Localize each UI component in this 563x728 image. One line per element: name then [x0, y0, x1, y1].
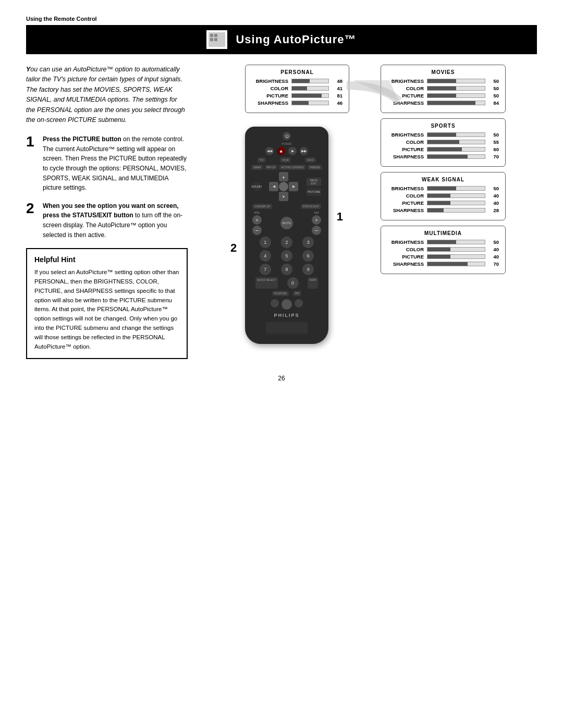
svg-rect-4	[214, 38, 217, 41]
vol-down-button[interactable]: −	[252, 226, 262, 235]
cursor-up-button[interactable]: CURSOR UP	[252, 204, 272, 209]
pip-ctrl-3[interactable]	[295, 299, 303, 307]
step-2-number: 2	[26, 201, 38, 240]
ffwd-button[interactable]: ▶▶	[300, 147, 308, 155]
vol-mute-ch: VOL + − MUTE CH + −	[250, 211, 323, 235]
step-2: 2 When you see the option you want on sc…	[26, 201, 188, 240]
dpad-down[interactable]: ▼	[279, 192, 288, 201]
surf-button[interactable]: SURF	[308, 277, 318, 289]
tv-button[interactable]: TV	[258, 157, 266, 163]
pip-ctrl-2[interactable]	[282, 299, 292, 310]
personal-brightness-label: BRIGHTNESS	[252, 78, 288, 84]
swap-button[interactable]: SWAP	[251, 165, 263, 170]
vol-label: VOL	[254, 211, 260, 214]
menu-exit-button[interactable]: MENU EXIT	[307, 178, 321, 186]
power-button[interactable]: ⏻	[283, 132, 291, 140]
vol-up-button[interactable]: +	[252, 215, 262, 225]
mute-button[interactable]: MUTE	[280, 217, 293, 229]
multimedia-title: MULTIMEDIA	[387, 230, 499, 236]
num-6-button[interactable]: 6	[302, 250, 314, 262]
sports-picture-row: PICTURE 60	[387, 146, 499, 152]
menu-status-group: MENU EXIT PICTURE	[307, 178, 321, 196]
rewind-button[interactable]: ◀◀	[265, 147, 274, 155]
multi-color-row: COLOR 40	[387, 246, 499, 252]
num-1-button[interactable]: 1	[260, 237, 271, 248]
weak-sharpness-row: SHARPNESS 28	[387, 207, 499, 213]
movies-brightness-row: BRIGHTNESS 50	[387, 78, 499, 84]
hint-text: If you select an AutoPicture™ setting op…	[34, 268, 179, 351]
ch-up-button[interactable]: +	[312, 215, 321, 225]
personal-sharpness-val: 46	[332, 100, 342, 106]
num-2-button[interactable]: 2	[281, 237, 292, 248]
picture-button[interactable]: PICTURE	[307, 188, 321, 196]
num-9-button[interactable]: 9	[302, 264, 314, 275]
play-button[interactable]: ▶	[288, 147, 297, 155]
multimedia-panel: MULTIMEDIA BRIGHTNESS 50 COLOR 40 PICTUR…	[381, 226, 506, 274]
remote-bottom-panel	[266, 322, 308, 334]
title-bar: Using AutoPicture™	[26, 25, 537, 54]
personal-brightness-bar	[291, 79, 329, 83]
movies-title: MOVIES	[387, 69, 499, 75]
zero-row: QUICK SELECT 0 SURF	[250, 277, 323, 289]
sound-button[interactable]: SOUND	[252, 182, 261, 191]
status-exit-button[interactable]: STATUS EXIT	[301, 204, 321, 209]
position-button[interactable]: POSITION	[272, 291, 289, 296]
section-label: Using the Remote Control	[26, 16, 537, 22]
dpad-left[interactable]: ◀	[269, 182, 278, 191]
personal-picture-label: PICTURE	[252, 93, 288, 98]
personal-color-label: COLOR	[252, 85, 288, 91]
acc-button[interactable]: ACC	[305, 157, 316, 163]
freeze-button[interactable]: FREEZE	[308, 165, 322, 170]
pip-ctrl-1[interactable]	[271, 299, 279, 307]
active-control-button[interactable]: ACTIVE CONTROL	[279, 165, 306, 170]
ch-down-button[interactable]: −	[312, 226, 321, 235]
vol-col: VOL + −	[252, 211, 262, 235]
personal-panel-title: PERSONAL	[252, 69, 342, 75]
weak-picture-row: PICTURE 40	[387, 200, 499, 206]
num-8-button[interactable]: 8	[281, 264, 292, 275]
num-4-button[interactable]: 4	[260, 250, 271, 262]
source-buttons: TV VCR ACC	[250, 157, 323, 163]
dpad: ▲ ◀ ▶ ▼	[269, 172, 298, 201]
multi-picture-row: PICTURE 40	[387, 254, 499, 260]
record-button[interactable]: ⏺	[277, 147, 285, 155]
personal-sharpness-row: SHARPNESS 46	[252, 100, 342, 106]
intro-paragraph: You can use an AutoPicture™ option to au…	[26, 65, 188, 125]
ch-col: CH + −	[312, 211, 321, 235]
dpad-center[interactable]	[279, 182, 288, 191]
page-number: 26	[26, 375, 537, 382]
personal-brightness-val: 48	[332, 78, 342, 84]
logo-box	[206, 30, 227, 49]
dpad-right[interactable]: ▶	[289, 182, 298, 191]
vcr-button[interactable]: VCR	[280, 157, 291, 163]
sports-color-row: COLOR 55	[387, 139, 499, 145]
personal-picture-row: PICTURE 81	[252, 93, 342, 98]
quick-select-button[interactable]: QUICK SELECT	[255, 277, 278, 289]
num-7-button[interactable]: 7	[260, 264, 271, 275]
multi-brightness-row: BRIGHTNESS 50	[387, 239, 499, 245]
menu-buttons: SOUND ▲ ◀ ▶ ▼	[250, 172, 323, 201]
step-2-text: When you see the option you want on scre…	[43, 201, 188, 240]
sports-sharpness-row: SHARPNESS 70	[387, 154, 499, 159]
feature-buttons: SWAP PIP CH ACTIVE CONTROL FREEZE	[250, 165, 323, 170]
transport-buttons: ◀◀ ⏺ ▶ ▶▶	[250, 147, 323, 155]
sports-title: SPORTS	[387, 123, 499, 129]
step-1-indicator: 1	[337, 210, 343, 224]
movies-picture-row: PICTURE 50	[387, 93, 499, 98]
numpad: 1 2 3 4 5 6 7 8 9	[250, 237, 323, 275]
dpad-up[interactable]: ▲	[279, 172, 288, 181]
num-0-button[interactable]: 0	[287, 277, 299, 289]
personal-picture-val: 81	[332, 93, 342, 98]
pip-ch-button[interactable]: PIP CH	[265, 165, 278, 170]
remote-control: ⏻ POWER ◀◀ ⏺ ▶ ▶▶ TV VCR	[245, 127, 328, 344]
personal-panel: PERSONAL BRIGHTNESS 48 COLOR 41	[245, 65, 349, 113]
step-1-text: Press the PICTURE button on the remote c…	[43, 134, 188, 193]
svg-rect-2	[214, 34, 217, 37]
multi-sharpness-row: SHARPNESS 70	[387, 261, 499, 267]
personal-sharpness-bar	[291, 101, 329, 105]
philips-brand-label: PHILIPS	[250, 313, 323, 318]
pip-button[interactable]: PIP	[293, 291, 301, 296]
sports-panel: SPORTS BRIGHTNESS 50 COLOR 55 PICTURE 60	[381, 118, 506, 167]
num-3-button[interactable]: 3	[302, 237, 314, 248]
num-5-button[interactable]: 5	[281, 250, 292, 262]
